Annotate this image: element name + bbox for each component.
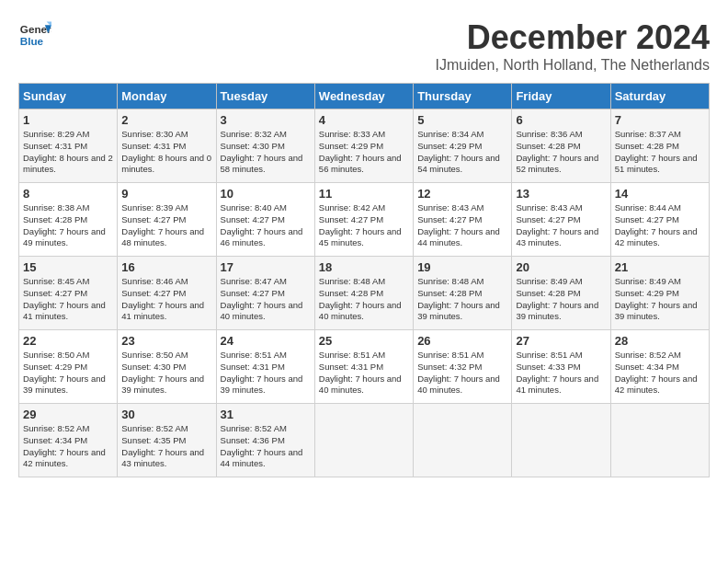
cell-info: Sunrise: 8:43 AMSunset: 4:27 PMDaylight:… [516, 202, 606, 249]
day-number: 21 [615, 260, 705, 274]
cell-info: Sunrise: 8:51 AMSunset: 4:32 PMDaylight:… [417, 350, 507, 396]
header-saturday: Saturday [610, 84, 709, 109]
calendar-cell: 23Sunrise: 8:50 AMSunset: 4:30 PMDayligh… [118, 330, 216, 404]
day-number: 31 [221, 408, 311, 421]
day-number: 3 [221, 113, 311, 127]
day-number: 2 [121, 113, 211, 127]
calendar-cell: 1Sunrise: 8:29 AMSunset: 4:31 PMDaylight… [19, 109, 118, 183]
logo-icon: General Blue [18, 18, 51, 52]
day-number: 7 [615, 113, 705, 127]
calendar-cell: 2Sunrise: 8:30 AMSunset: 4:31 PMDaylight… [118, 109, 216, 183]
calendar-cell: 19Sunrise: 8:48 AMSunset: 4:28 PMDayligh… [414, 257, 512, 330]
day-number: 1 [23, 113, 113, 127]
week-row-1: 1Sunrise: 8:29 AMSunset: 4:31 PMDaylight… [19, 109, 710, 183]
month-title: December 2024 [435, 18, 710, 57]
day-number: 30 [121, 408, 211, 421]
calendar-cell: 12Sunrise: 8:43 AMSunset: 4:27 PMDayligh… [414, 183, 512, 257]
cell-info: Sunrise: 8:29 AMSunset: 4:31 PMDaylight:… [23, 129, 113, 176]
calendar-cell: 7Sunrise: 8:37 AMSunset: 4:28 PMDaylight… [610, 109, 709, 183]
calendar-cell [314, 404, 413, 477]
day-number: 13 [516, 187, 606, 201]
calendar-cell: 8Sunrise: 8:38 AMSunset: 4:28 PMDaylight… [19, 183, 118, 257]
cell-info: Sunrise: 8:49 AMSunset: 4:29 PMDaylight:… [615, 276, 705, 323]
location-subtitle: IJmuiden, North Holland, The Netherlands [435, 57, 710, 74]
header-row: SundayMondayTuesdayWednesdayThursdayFrid… [19, 84, 710, 109]
cell-info: Sunrise: 8:52 AMSunset: 4:34 PMDaylight:… [615, 350, 705, 396]
cell-info: Sunrise: 8:48 AMSunset: 4:28 PMDaylight:… [417, 276, 507, 323]
cell-info: Sunrise: 8:51 AMSunset: 4:31 PMDaylight:… [319, 350, 409, 396]
cell-info: Sunrise: 8:33 AMSunset: 4:29 PMDaylight:… [319, 129, 409, 176]
calendar-cell: 3Sunrise: 8:32 AMSunset: 4:30 PMDaylight… [216, 109, 314, 183]
logo: General Blue [18, 18, 51, 52]
calendar-cell: 14Sunrise: 8:44 AMSunset: 4:27 PMDayligh… [610, 183, 709, 257]
cell-info: Sunrise: 8:45 AMSunset: 4:27 PMDaylight:… [23, 276, 113, 323]
calendar-cell: 30Sunrise: 8:52 AMSunset: 4:35 PMDayligh… [118, 404, 216, 477]
calendar-cell: 13Sunrise: 8:43 AMSunset: 4:27 PMDayligh… [512, 183, 610, 257]
calendar-cell: 20Sunrise: 8:49 AMSunset: 4:28 PMDayligh… [512, 257, 610, 330]
cell-info: Sunrise: 8:46 AMSunset: 4:27 PMDaylight:… [121, 276, 211, 323]
calendar-cell: 6Sunrise: 8:36 AMSunset: 4:28 PMDaylight… [512, 109, 610, 183]
calendar-cell: 10Sunrise: 8:40 AMSunset: 4:27 PMDayligh… [216, 183, 314, 257]
cell-info: Sunrise: 8:30 AMSunset: 4:31 PMDaylight:… [121, 129, 211, 176]
day-number: 5 [417, 113, 507, 127]
cell-info: Sunrise: 8:42 AMSunset: 4:27 PMDaylight:… [319, 202, 409, 249]
day-number: 9 [121, 187, 211, 201]
cell-info: Sunrise: 8:52 AMSunset: 4:34 PMDaylight:… [23, 423, 113, 470]
calendar-cell [414, 404, 512, 477]
page-header: General Blue December 2024 IJmuiden, Nor… [18, 18, 710, 74]
calendar-cell: 16Sunrise: 8:46 AMSunset: 4:27 PMDayligh… [118, 257, 216, 330]
day-number: 4 [319, 113, 409, 127]
cell-info: Sunrise: 8:36 AMSunset: 4:28 PMDaylight:… [516, 129, 606, 176]
day-number: 17 [221, 260, 311, 274]
calendar-cell: 26Sunrise: 8:51 AMSunset: 4:32 PMDayligh… [414, 330, 512, 404]
calendar-cell: 18Sunrise: 8:48 AMSunset: 4:28 PMDayligh… [314, 257, 413, 330]
week-row-2: 8Sunrise: 8:38 AMSunset: 4:28 PMDaylight… [19, 183, 710, 257]
cell-info: Sunrise: 8:37 AMSunset: 4:28 PMDaylight:… [615, 129, 705, 176]
cell-info: Sunrise: 8:48 AMSunset: 4:28 PMDaylight:… [319, 276, 409, 323]
cell-info: Sunrise: 8:52 AMSunset: 4:35 PMDaylight:… [121, 423, 211, 470]
day-number: 8 [23, 187, 113, 201]
day-number: 23 [121, 334, 211, 348]
header-sunday: Sunday [19, 84, 118, 109]
cell-info: Sunrise: 8:32 AMSunset: 4:30 PMDaylight:… [221, 129, 311, 176]
cell-info: Sunrise: 8:50 AMSunset: 4:30 PMDaylight:… [121, 350, 211, 396]
day-number: 10 [221, 187, 311, 201]
day-number: 19 [417, 260, 507, 274]
header-wednesday: Wednesday [314, 84, 413, 109]
calendar-cell: 25Sunrise: 8:51 AMSunset: 4:31 PMDayligh… [314, 330, 413, 404]
cell-info: Sunrise: 8:49 AMSunset: 4:28 PMDaylight:… [516, 276, 606, 323]
calendar-cell: 9Sunrise: 8:39 AMSunset: 4:27 PMDaylight… [118, 183, 216, 257]
calendar-cell: 31Sunrise: 8:52 AMSunset: 4:36 PMDayligh… [216, 404, 314, 477]
day-number: 14 [615, 187, 705, 201]
day-number: 24 [221, 334, 311, 348]
svg-text:Blue: Blue [20, 35, 44, 47]
day-number: 28 [615, 334, 705, 348]
week-row-3: 15Sunrise: 8:45 AMSunset: 4:27 PMDayligh… [19, 257, 710, 330]
calendar-cell: 4Sunrise: 8:33 AMSunset: 4:29 PMDaylight… [314, 109, 413, 183]
calendar-cell: 21Sunrise: 8:49 AMSunset: 4:29 PMDayligh… [610, 257, 709, 330]
calendar-cell: 17Sunrise: 8:47 AMSunset: 4:27 PMDayligh… [216, 257, 314, 330]
cell-info: Sunrise: 8:34 AMSunset: 4:29 PMDaylight:… [417, 129, 507, 176]
cell-info: Sunrise: 8:51 AMSunset: 4:33 PMDaylight:… [516, 350, 606, 396]
day-number: 11 [319, 187, 409, 201]
day-number: 26 [417, 334, 507, 348]
day-number: 12 [417, 187, 507, 201]
day-number: 27 [516, 334, 606, 348]
calendar-cell: 24Sunrise: 8:51 AMSunset: 4:31 PMDayligh… [216, 330, 314, 404]
calendar-cell: 5Sunrise: 8:34 AMSunset: 4:29 PMDaylight… [414, 109, 512, 183]
calendar-table: SundayMondayTuesdayWednesdayThursdayFrid… [18, 83, 710, 477]
cell-info: Sunrise: 8:44 AMSunset: 4:27 PMDaylight:… [615, 202, 705, 249]
header-thursday: Thursday [414, 84, 512, 109]
day-number: 16 [121, 260, 211, 274]
title-section: December 2024 IJmuiden, North Holland, T… [435, 18, 710, 74]
cell-info: Sunrise: 8:38 AMSunset: 4:28 PMDaylight:… [23, 202, 113, 249]
cell-info: Sunrise: 8:40 AMSunset: 4:27 PMDaylight:… [221, 202, 311, 249]
week-row-4: 22Sunrise: 8:50 AMSunset: 4:29 PMDayligh… [19, 330, 710, 404]
calendar-cell: 15Sunrise: 8:45 AMSunset: 4:27 PMDayligh… [19, 257, 118, 330]
calendar-cell: 27Sunrise: 8:51 AMSunset: 4:33 PMDayligh… [512, 330, 610, 404]
calendar-cell: 22Sunrise: 8:50 AMSunset: 4:29 PMDayligh… [19, 330, 118, 404]
day-number: 6 [516, 113, 606, 127]
day-number: 20 [516, 260, 606, 274]
calendar-cell: 11Sunrise: 8:42 AMSunset: 4:27 PMDayligh… [314, 183, 413, 257]
cell-info: Sunrise: 8:51 AMSunset: 4:31 PMDaylight:… [221, 350, 311, 396]
